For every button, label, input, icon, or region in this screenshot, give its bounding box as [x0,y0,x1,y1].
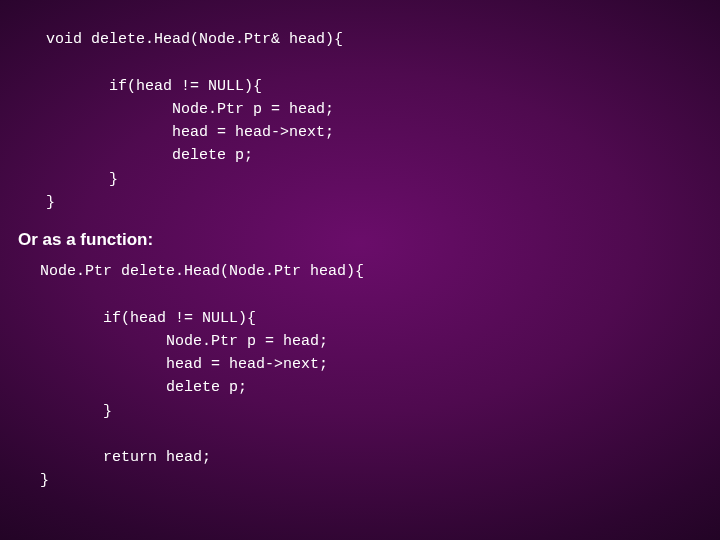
code-line: Node.Ptr p = head; [40,333,328,350]
caption-or-as-function: Or as a function: [18,230,720,250]
code-line: head = head->next; [40,356,328,373]
code-line: Node.Ptr p = head; [46,101,334,118]
code-line: if(head != NULL){ [40,310,256,327]
code-line: } [40,403,112,420]
slide: void delete.Head(Node.Ptr& head){ if(hea… [0,0,720,512]
code-line: void delete.Head(Node.Ptr& head){ [46,31,343,48]
code-line: if(head != NULL){ [46,78,262,95]
code-line: } [40,472,49,489]
code-line: head = head->next; [46,124,334,141]
code-line: } [46,194,55,211]
code-block-procedure: void delete.Head(Node.Ptr& head){ if(hea… [0,28,720,214]
code-line: return head; [40,449,211,466]
code-line: } [46,171,118,188]
code-line: delete p; [40,379,247,396]
code-line: delete p; [46,147,253,164]
code-line: Node.Ptr delete.Head(Node.Ptr head){ [40,263,364,280]
code-block-function: Node.Ptr delete.Head(Node.Ptr head){ if(… [0,260,720,493]
